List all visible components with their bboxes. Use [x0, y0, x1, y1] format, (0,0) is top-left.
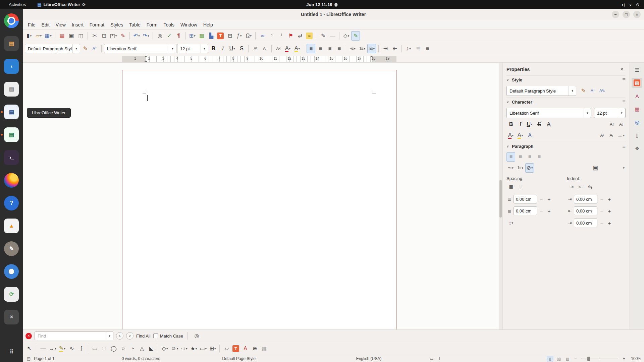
word-count-status[interactable]: 0 words, 0 characters [122, 356, 160, 361]
insert-chart[interactable]: ▙ [207, 31, 215, 41]
sidebar-font-name-combo[interactable]: Liberation Serif ▾ [506, 108, 591, 118]
indent-after-increase[interactable]: + [606, 207, 613, 215]
align-left[interactable]: ≡ [307, 44, 315, 53]
ordered-list-dropdown[interactable]: ▾ [522, 166, 524, 170]
character-spacing[interactable]: ↔ ▾ [616, 131, 626, 140]
collapse-icon[interactable]: ∨ [506, 78, 512, 82]
book-view-button[interactable]: ▤ [564, 356, 571, 362]
paste-dropdown[interactable]: ▾ [115, 34, 117, 38]
transformations[interactable]: ▱ [222, 344, 231, 353]
focused-app-indicator[interactable]: ▤ LibreOffice Writer ⟳ [37, 2, 86, 7]
unordered-list-dropdown[interactable]: ▾ [512, 166, 514, 170]
insert-hyperlink[interactable]: ∞ [258, 31, 267, 41]
menu-styles[interactable]: Styles [107, 21, 126, 28]
indent-before-field[interactable]: 0.00 cm [574, 195, 597, 203]
insert-bookmark[interactable]: ⚑ [286, 31, 295, 41]
highlighting-color[interactable]: A ▾ [293, 44, 302, 53]
line-spacing-dropdown[interactable]: ▾ [409, 47, 411, 50]
decrease-paragraph-spacing[interactable]: ≡ [516, 182, 525, 192]
menu-edit[interactable]: Edit [39, 21, 53, 28]
insert-line[interactable]: — [39, 344, 47, 353]
right-indent-marker[interactable] [370, 56, 373, 59]
new-style[interactable]: A⁺ [90, 44, 99, 53]
spacing-below-decrease[interactable]: − [538, 207, 545, 215]
decrease-indent[interactable]: ⇤ [390, 44, 399, 53]
outline-format-dropdown[interactable]: ▾ [373, 47, 375, 50]
clear-direct-formatting[interactable]: A× [274, 44, 283, 53]
increase-font-size[interactable]: A↑ [607, 120, 616, 129]
zoom-in-button[interactable]: + [623, 356, 625, 361]
first-line-indent-field[interactable]: 0.00 cm [574, 219, 597, 227]
align-left[interactable]: ≡ [506, 152, 515, 162]
superscript[interactable]: A¹ [597, 131, 606, 140]
collapse-icon[interactable]: ∨ [506, 144, 512, 148]
insert-field-dropdown[interactable]: ▾ [240, 34, 242, 38]
zoom-slider[interactable] [581, 356, 618, 362]
sidebar-settings[interactable]: ☰ [632, 65, 642, 75]
multi-page-view-button[interactable]: ▯▯ [555, 356, 562, 362]
undo[interactable]: ↶ ▾ [132, 31, 141, 41]
line-color[interactable]: ✎ ▾ [58, 344, 67, 353]
align-center[interactable]: ≡ [516, 152, 525, 162]
insert-special-character[interactable]: Ω ▾ [244, 31, 253, 41]
insert-mode-icon[interactable]: I [439, 356, 440, 361]
sidebar-font-size-dropdown[interactable]: ▾ [618, 108, 625, 118]
page-style-status[interactable]: Default Page Style [222, 356, 255, 361]
terminal[interactable]: ›_ [3, 149, 20, 166]
find-all-button[interactable]: Find All [136, 334, 151, 339]
new-document[interactable]: ▮ ▾ [25, 31, 34, 41]
sidebar-paragraph-style-combo[interactable]: Default Paragraph Style ▾ [506, 86, 576, 96]
line-spacing-dropdown[interactable]: ▾ [512, 221, 513, 225]
menu-format[interactable]: Format [87, 21, 107, 28]
insert-comment[interactable]: ≡ [305, 31, 314, 41]
align-justify[interactable]: ≡ [535, 152, 543, 162]
zoom-out-button[interactable]: − [574, 356, 577, 361]
page-number-status[interactable]: Page 1 of 1 [34, 356, 54, 361]
font-effects[interactable]: A [525, 131, 534, 140]
decrease-paragraph-spacing[interactable]: ≡ [423, 44, 432, 53]
indent-before-decrease[interactable]: − [598, 195, 605, 203]
font-size-combo[interactable]: 12 pt ▾ [177, 44, 208, 53]
vertical-scrollbar[interactable] [499, 63, 502, 329]
sidebar-font-size-combo[interactable]: 12 pt ▾ [594, 108, 626, 118]
font-name-combo[interactable]: Liberation Serif ▾ [104, 44, 176, 53]
line-color-dropdown[interactable]: ▾ [64, 347, 65, 350]
decrease-indent[interactable]: ⇤ [576, 182, 585, 192]
lines-and-arrows[interactable]: → ▾ [48, 344, 57, 353]
character-spacing-dropdown[interactable]: ▾ [623, 134, 625, 137]
align-justify[interactable]: ≡ [335, 44, 343, 53]
hanging-indent[interactable]: ⇆ [586, 182, 594, 192]
ordered-list[interactable]: 1≡ ▾ [516, 163, 525, 173]
find-and-replace[interactable]: ◎ [155, 31, 164, 41]
collapse-icon[interactable]: ∨ [506, 100, 512, 104]
menu-view[interactable]: View [53, 21, 69, 28]
document-page[interactable] [122, 70, 396, 329]
language-status[interactable]: English (USA) [356, 356, 381, 361]
highlighting-color-dropdown[interactable]: ▾ [522, 134, 523, 137]
close-button[interactable]: × [633, 11, 641, 18]
gimp[interactable]: ✎ [3, 240, 20, 257]
arc[interactable]: ◔ [128, 344, 137, 353]
lines-and-arrows-dropdown[interactable]: ▾ [55, 347, 56, 350]
clone-formatting[interactable]: ✎ [118, 31, 127, 41]
find-and-replace-button[interactable]: ◎ [192, 331, 201, 341]
software-updater[interactable]: ⟳ [3, 286, 20, 302]
spacing-above-decrease[interactable]: − [538, 195, 545, 203]
unordered-list[interactable]: •≡ ▾ [348, 44, 357, 53]
title-bar[interactable]: Untitled 1 - LibreOffice Writer − □ × [23, 9, 644, 20]
save[interactable]: ▦ ▾ [44, 31, 53, 41]
unordered-list-dropdown[interactable]: ▾ [354, 47, 356, 50]
save-dropdown[interactable]: ▾ [50, 34, 52, 38]
bold[interactable]: B [209, 44, 218, 53]
block-arrows[interactable]: ⇨ ▾ [180, 344, 189, 353]
minimize-button[interactable]: − [612, 11, 619, 18]
insert-image[interactable]: ▩ [197, 31, 206, 41]
clock[interactable]: Jun 12 11:19 [306, 2, 337, 7]
find-next-button[interactable]: ∨ [126, 332, 133, 340]
insert-cross-reference[interactable]: ⇄ [296, 31, 304, 41]
insert-text-box[interactable]: T [216, 31, 225, 41]
formatting-marks[interactable]: ¶ [174, 31, 183, 41]
menu-help[interactable]: Help [200, 21, 216, 28]
close-find-bar-button[interactable]: × [25, 333, 32, 339]
first-line-indent-decrease[interactable]: − [598, 219, 605, 227]
